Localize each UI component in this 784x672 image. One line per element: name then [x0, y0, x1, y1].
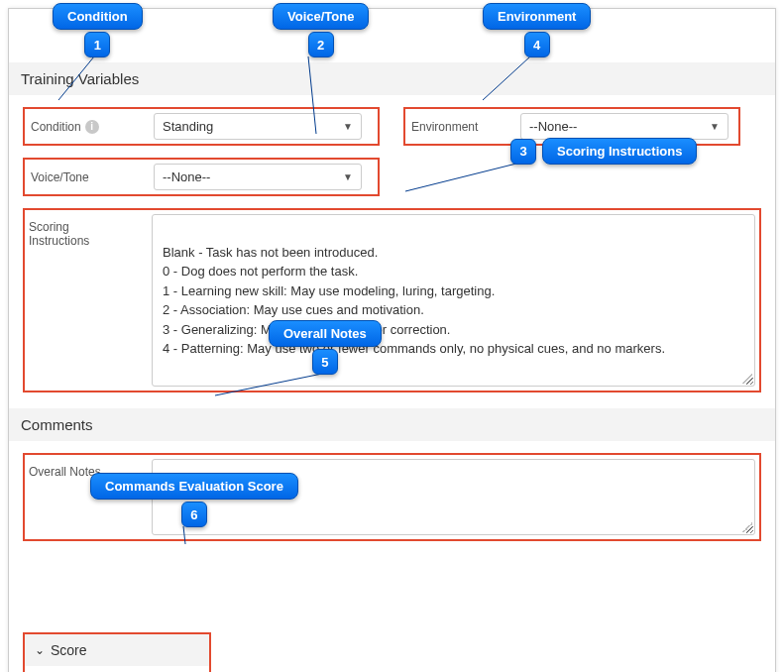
callout-number: 5 [312, 349, 338, 375]
chevron-down-icon: ▼ [710, 121, 720, 132]
callout-number: 3 [510, 139, 536, 165]
callout-number: 1 [84, 32, 110, 57]
callout-condition: Condition 1 [53, 3, 143, 57]
field-label-scoring-instructions: Scoring Instructions [29, 214, 152, 248]
select-value: --None-- [163, 169, 210, 184]
callout-overall-notes: Overall Notes 5 [269, 320, 382, 375]
score-title: Score [51, 642, 87, 658]
callout-commands-eval-score: Commands Evaluation Score 6 [90, 473, 298, 527]
callout-number: 6 [181, 502, 207, 527]
chevron-down-icon: ⌄ [35, 643, 45, 657]
section-title: Training Variables [21, 70, 139, 87]
callout-environment: Environment 4 [483, 3, 591, 57]
field-label-voice-tone: Voice/Tone [31, 170, 154, 184]
chevron-down-icon: ▼ [343, 121, 353, 132]
score-area: ⌄ Score Commands Evaluation Score 64 [9, 553, 775, 673]
score-header[interactable]: ⌄ Score [25, 634, 209, 666]
environment-select[interactable]: --None-- ▼ [520, 113, 728, 140]
resize-handle[interactable] [742, 374, 752, 384]
score-panel: ⌄ Score Commands Evaluation Score 64 [23, 632, 211, 673]
chevron-down-icon: ▼ [343, 171, 353, 182]
condition-select[interactable]: Standing ▼ [154, 113, 362, 140]
score-body: Commands Evaluation Score 64 [25, 666, 209, 673]
field-voice-tone: Voice/Tone --None-- ▼ [23, 158, 380, 196]
callout-number: 2 [308, 32, 334, 57]
section-title: Comments [21, 416, 93, 433]
scoring-instructions-textarea[interactable]: Blank - Task has not been introduced. 0 … [152, 214, 755, 387]
textarea-value: Blank - Task has not been introduced. 0 … [163, 245, 665, 357]
resize-handle[interactable] [742, 522, 752, 532]
callout-label: Scoring Instructions [542, 138, 697, 165]
field-label-environment: Environment [411, 120, 520, 134]
callout-label: Environment [483, 3, 591, 30]
callout-number: 4 [524, 32, 550, 57]
callout-label: Condition [53, 3, 143, 30]
callout-label: Overall Notes [269, 320, 382, 347]
voice-tone-select[interactable]: --None-- ▼ [154, 164, 362, 190]
field-scoring-instructions: Scoring Instructions Blank - Task has no… [23, 208, 761, 392]
field-label-condition: Condition i [31, 120, 154, 134]
select-value: Standing [163, 119, 213, 134]
callout-scoring-instructions: 3 Scoring Instructions [510, 138, 697, 165]
section-header-training-variables: Training Variables [9, 62, 775, 95]
callout-voice-tone: Voice/Tone 2 [273, 3, 369, 57]
callout-label: Commands Evaluation Score [90, 473, 298, 500]
callout-label: Voice/Tone [273, 3, 369, 30]
field-condition: Condition i Standing ▼ [23, 107, 380, 146]
form-panel: Condition 1 Voice/Tone 2 Environment 4 3… [8, 8, 776, 672]
select-value: --None-- [529, 119, 577, 134]
info-icon[interactable]: i [85, 120, 99, 134]
section-header-comments: Comments [9, 408, 775, 441]
